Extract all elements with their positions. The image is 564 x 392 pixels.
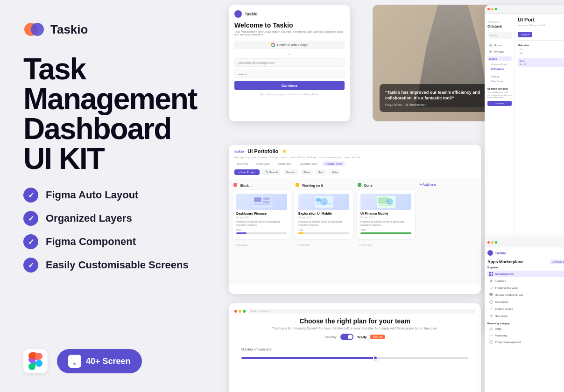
kanban-card-2[interactable]: Exploration UI Mobile 08 July 2023 Proje… bbox=[295, 190, 353, 239]
tab-list[interactable]: List view bbox=[234, 161, 251, 166]
progress-label-1: 20% bbox=[236, 229, 287, 231]
marketplace-header-row: Apps Marketplace UIPortolio 8 bbox=[487, 259, 564, 264]
categories-list: All Categories Featured Trending this we… bbox=[487, 271, 564, 319]
gantt-view: Gantt Mon 28 bbox=[518, 58, 564, 67]
yearly-option[interactable]: Yearly bbox=[357, 336, 367, 339]
divider bbox=[518, 40, 564, 41]
login-submit-btn[interactable]: Continue bbox=[234, 81, 345, 90]
sparkle-icon bbox=[489, 314, 493, 318]
see-plans-btn[interactable]: See plans bbox=[487, 101, 512, 106]
browser-chrome-1 bbox=[485, 5, 564, 14]
add-new-stuck[interactable]: + Add new bbox=[233, 242, 291, 248]
category-recommended[interactable]: Recommended for you bbox=[487, 292, 564, 298]
feature-label-2: Organized Layers bbox=[46, 212, 132, 224]
category-editors[interactable]: Editor's choice bbox=[487, 306, 564, 312]
kanban-card-1[interactable]: Dashboard Finance 05 July 2023 Project i… bbox=[233, 190, 291, 239]
svg-rect-3 bbox=[71, 358, 78, 363]
svg-rect-18 bbox=[492, 272, 493, 273]
screenshots-area: Taskio Welcome to Taskio Task Management… bbox=[219, 0, 564, 392]
progress-bar-2 bbox=[298, 232, 349, 234]
nav-mywork[interactable]: My work bbox=[487, 49, 512, 55]
bottom-row: 40+ Screen bbox=[23, 349, 196, 373]
add-new-done[interactable]: + Add new bbox=[357, 242, 415, 248]
col-stuck-header: Stuck ... bbox=[233, 183, 291, 187]
monthly-option[interactable]: Monthly bbox=[325, 336, 337, 339]
sidebar-search[interactable]: Search... bbox=[487, 32, 512, 39]
kanban-subtitle: Manage any type of project. Assign owner… bbox=[234, 156, 475, 159]
right-panel-desc: Manage any Taskio and keep Tal... bbox=[518, 24, 564, 26]
help-item[interactable]: Help Center bbox=[487, 79, 512, 84]
tab-gantt[interactable]: Gantt view bbox=[254, 161, 272, 166]
screen-count-badge: 40+ Screen bbox=[57, 349, 142, 373]
feature-label-1: Figma Auto Layout bbox=[46, 189, 138, 201]
progress-label-3: 100% bbox=[360, 229, 411, 231]
card-desc-1: Project is an initiative aimed at develo… bbox=[236, 220, 287, 227]
google-btn[interactable]: Continue with Google bbox=[234, 41, 345, 49]
board-item-1[interactable]: Odatask Board bbox=[487, 62, 512, 67]
svg-rect-5 bbox=[254, 197, 261, 202]
category-bestseller[interactable]: Best Seller bbox=[487, 299, 564, 305]
kanban-body: Stuck ... Dashboard Finance 05 July 202 bbox=[229, 179, 481, 284]
kanban-card-3[interactable]: UI Finance Mobile 07 July 2023 Project i… bbox=[357, 190, 415, 239]
svg-rect-19 bbox=[489, 274, 491, 276]
upgrade-section: Upgrade your plan Your trial plan ends i… bbox=[487, 87, 512, 106]
expand-dot bbox=[495, 8, 497, 10]
grid-icon bbox=[489, 272, 493, 276]
badge-icon bbox=[489, 300, 493, 304]
pricing-browser-chrome: Taskio.com/Home bbox=[234, 309, 475, 314]
features-list: Figma Auto Layout Organized Layers Figma… bbox=[23, 188, 196, 273]
pricing-title: Choose the right plan for your team bbox=[234, 317, 475, 325]
tab-kanban[interactable]: Kanban view bbox=[323, 161, 345, 166]
logo-text: Taskio bbox=[50, 22, 88, 37]
check-icon-3 bbox=[23, 234, 38, 249]
category-all[interactable]: All Categories bbox=[487, 271, 564, 277]
svg-point-23 bbox=[491, 315, 492, 317]
tab-chart[interactable]: Chart view bbox=[275, 161, 294, 166]
category-trending[interactable]: Trending this week bbox=[487, 285, 564, 291]
kanban-col-stuck: Stuck ... Dashboard Finance 05 July 202 bbox=[233, 183, 291, 280]
kanban-person-filter[interactable]: Person bbox=[283, 169, 298, 175]
subcat-crm[interactable]: CRM bbox=[487, 326, 564, 332]
kanban-filter-btn[interactable]: Filter bbox=[301, 169, 312, 175]
password-field[interactable]: •••••••• bbox=[234, 70, 345, 78]
gantt-label: Gantt bbox=[520, 60, 564, 62]
pricing-close-dot bbox=[234, 310, 237, 313]
browser-chrome-2 bbox=[485, 238, 564, 247]
kanban-hide-btn[interactable]: Hide bbox=[329, 169, 340, 175]
subcat-marketing[interactable]: Marketing bbox=[487, 333, 564, 338]
pricing-min-dot bbox=[239, 310, 241, 313]
kanban-search-btn[interactable]: 🔍 Search bbox=[262, 169, 281, 175]
feature-item-2: Organized Layers bbox=[23, 211, 196, 226]
settings-item[interactable]: Settings bbox=[487, 74, 512, 79]
right-new-btn[interactable]: + New P bbox=[518, 32, 532, 37]
toggle-bar[interactable] bbox=[340, 334, 353, 340]
cat-featured-label: Featured bbox=[495, 280, 506, 282]
marketplace-title: Apps Marketplace bbox=[487, 259, 523, 264]
view-item-2: dev... bbox=[520, 51, 564, 55]
monitor-icon bbox=[68, 355, 81, 368]
slider-thumb[interactable] bbox=[373, 356, 378, 360]
col-addnew-header[interactable]: + Add new bbox=[419, 183, 477, 186]
pricing-screenshot: Taskio.com/Home Choose the right plan fo… bbox=[229, 303, 481, 392]
check-icon-1 bbox=[23, 188, 38, 203]
check-icon-2 bbox=[23, 211, 38, 226]
nav-home[interactable]: Home bbox=[487, 42, 512, 48]
kanban-sort-btn[interactable]: Sort bbox=[316, 169, 326, 175]
category-featured[interactable]: Featured bbox=[487, 278, 564, 284]
home-icon bbox=[489, 44, 492, 47]
cat-editors-label: Editor's choice bbox=[495, 308, 513, 310]
kanban-new-project-btn[interactable]: + New Project bbox=[234, 169, 260, 175]
board-item-2[interactable]: UI Portfolio bbox=[487, 67, 512, 71]
card-title-1: Dashboard Finance bbox=[236, 212, 287, 215]
upgrade-title: Upgrade your plan bbox=[487, 87, 512, 90]
slider-track bbox=[241, 357, 468, 359]
email-field[interactable]: john.smith@example.com bbox=[234, 58, 345, 67]
add-new-working[interactable]: + Add new bbox=[295, 242, 353, 248]
subcat-project[interactable]: Project management bbox=[487, 339, 564, 345]
tab-calendar[interactable]: Calendar view bbox=[297, 161, 320, 166]
cat-new-label: New apps bbox=[495, 315, 508, 317]
category-new[interactable]: New apps bbox=[487, 313, 564, 319]
hero-quote-author: Floyd Miles - UI Researcher bbox=[385, 103, 491, 106]
pricing-slider[interactable] bbox=[241, 356, 468, 360]
card-title-3: UI Finance Mobile bbox=[360, 212, 411, 215]
